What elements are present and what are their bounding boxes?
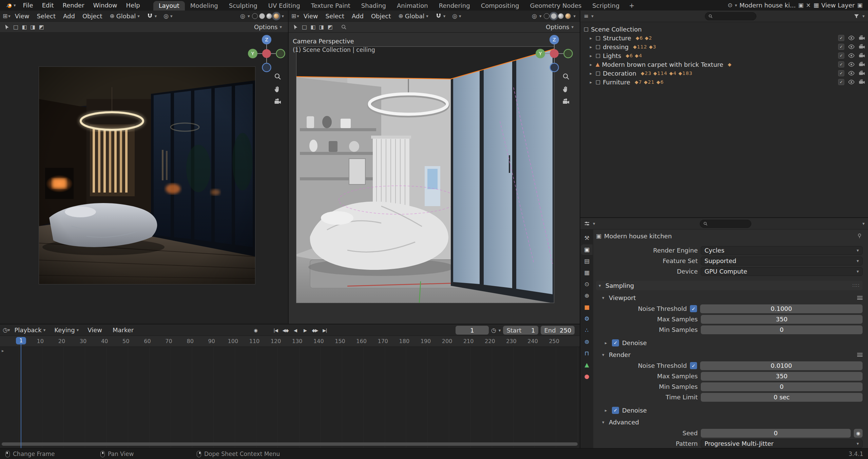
exclude-checkbox[interactable]: ✓ [838,44,844,50]
select-mode-intersect-icon[interactable]: ◩ [327,24,332,30]
zoom-icon[interactable] [562,73,570,81]
play-reverse-button[interactable]: ◀ [291,326,300,335]
presets-menu-icon[interactable] [857,296,863,300]
feature-set-dropdown[interactable]: Supported ▾ [701,257,863,265]
properties-search-input[interactable] [710,220,748,227]
start-frame-field[interactable]: Start 1 [503,326,538,335]
navigation-gizmo[interactable]: Z Y [238,33,288,76]
tab-shading[interactable]: Shading [356,1,391,11]
menu-object[interactable]: Object [79,11,106,21]
tab-scripting[interactable]: Scripting [587,1,625,11]
menu-add[interactable]: Add [59,11,79,21]
presets-menu-icon[interactable] [857,353,863,357]
snapping-toggle[interactable]: ▾ [143,13,160,19]
axis-y-negative-handle[interactable] [564,49,573,58]
device-dropdown[interactable]: GPU Compute ▾ [701,267,863,276]
menu-view[interactable]: View [300,11,322,21]
noise-threshold-checkbox[interactable]: ✓ [690,362,697,369]
options-dropdown[interactable]: Options ▾ [254,23,284,31]
min-samples-field[interactable]: 0 [701,325,863,334]
hide-in-viewport-eye-icon[interactable] [848,70,855,77]
tab-output-properties[interactable]: ▤ [581,256,593,266]
render-engine-dropdown[interactable]: Cycles ▾ [701,246,863,255]
add-workspace-button[interactable]: + [625,1,638,10]
axis-x-handle[interactable] [262,49,271,58]
blender-menu-button[interactable]: ▾ [3,0,19,11]
tab-particle-properties[interactable]: ∴ [581,325,593,336]
outliner-row[interactable]: ▸ □ Lights ◆6 ◆4 ✓ [584,51,868,60]
outliner-root-row[interactable]: □ Scene Collection [584,25,868,34]
shading-solid-button[interactable] [551,13,557,19]
pan-hand-icon[interactable] [274,85,282,93]
tab-object-data-properties[interactable]: ▲ [581,360,593,370]
disclosure-icon[interactable]: ▸ [589,71,593,76]
ruler-tick[interactable]: 90 [208,338,215,344]
disable-in-render-camera-icon[interactable] [859,52,865,59]
next-keyframe-button[interactable]: ◆▶ [310,326,320,335]
tab-geometry-nodes[interactable]: Geometry Nodes [525,1,587,11]
shading-material-button[interactable] [558,13,564,19]
pan-hand-icon[interactable] [562,85,570,93]
pattern-dropdown[interactable]: Progressive Multi-Jitter ▾ [701,439,863,448]
tab-physics-properties[interactable]: ⊚ [581,337,593,347]
tab-uv-editing[interactable]: UV Editing [263,1,306,11]
transform-orientation-dropdown[interactable]: ⊕ Global ▾ [396,13,431,20]
ruler-tick[interactable]: 10 [37,338,44,344]
advanced-subpanel-header[interactable]: ▾ Advanced [596,418,863,426]
axis-z-negative-handle[interactable] [550,63,559,72]
outliner-search[interactable] [705,12,756,20]
outliner-search-input[interactable] [715,13,753,19]
disable-in-render-camera-icon[interactable] [859,79,865,85]
menu-select[interactable]: Select [33,11,60,21]
ruler-tick[interactable]: 170 [378,338,388,344]
ruler-tick[interactable]: 140 [313,338,324,344]
ruler-tick[interactable]: 60 [144,338,151,344]
max-samples-field[interactable]: 350 [701,372,863,381]
outliner-row[interactable]: ▸ □ Structure ◆6 ◆2 ✓ [584,34,868,42]
tab-modeling[interactable]: Modeling [185,1,224,11]
tab-scene-properties[interactable]: ⊙ [581,279,593,290]
tab-tool-properties[interactable]: ⚒ [581,233,593,243]
properties-search[interactable] [700,220,751,228]
render-subpanel-header[interactable]: ▾ Render [596,350,863,359]
shading-rendered-button[interactable] [565,13,571,19]
editor-type-icon[interactable]: ⊞ [3,13,7,19]
select-mode-new-icon[interactable]: □ [302,24,307,30]
menu-file[interactable]: File [19,0,38,11]
tab-world-properties[interactable]: ⊕ [581,291,593,301]
shading-wireframe-button[interactable] [544,13,549,19]
ruler-tick[interactable]: 40 [101,338,108,344]
search-icon[interactable] [341,24,347,30]
sampling-panel-header[interactable]: ▾ Sampling ∷∷ [596,281,863,290]
ruler-tick[interactable]: 190 [421,338,431,344]
menu-view[interactable]: View [83,324,108,336]
outliner-row[interactable]: ▸ □ Decoration ◆23 ◆114 ◆4 ◆183 ✓ [584,69,868,78]
ruler-tick[interactable]: 220 [485,338,495,344]
menu-view[interactable]: View [11,11,33,21]
tab-modifier-properties[interactable]: ⚙ [581,314,593,324]
exclude-checkbox[interactable]: ✓ [838,79,844,85]
render-denoise-checkbox[interactable]: ✓ [612,407,619,414]
menu-object[interactable]: Object [367,11,395,21]
outliner-row[interactable]: ▸ □ Furniture ◆7 ◆21 ◆6 ✓ [584,78,868,86]
tab-layout[interactable]: Layout [153,1,185,11]
tab-animation[interactable]: Animation [391,1,433,11]
ruler-tick[interactable]: 70 [165,338,172,344]
stopwatch-icon[interactable]: ◷ [491,327,496,333]
noise-threshold-field[interactable]: 0.0100 [700,361,863,370]
exclude-checkbox[interactable]: ✓ [838,35,844,41]
tab-compositing[interactable]: Compositing [476,1,525,11]
playhead[interactable]: 1 [16,336,26,448]
outliner-row[interactable]: ▸ ▲ Modern brown carpet with brick Textu… [584,60,868,69]
viewport-canvas-solid[interactable]: Camera Perspective (1) Scene Collection … [289,33,580,324]
disable-in-render-camera-icon[interactable] [859,70,865,77]
menu-window[interactable]: Window [89,0,122,11]
ruler-tick[interactable]: 160 [356,338,367,344]
menu-select[interactable]: Select [322,11,348,21]
disable-in-render-camera-icon[interactable] [859,61,865,68]
scene-selector[interactable]: ⊙ ▾ Modern house ki... ▣ × [728,2,811,9]
animate-property-button[interactable]: ◉ [854,429,863,438]
disclosure-icon[interactable]: ▸ [589,53,593,58]
navigation-gizmo[interactable]: Z Y [525,33,580,76]
tab-render-properties[interactable]: ▣ [581,244,593,255]
